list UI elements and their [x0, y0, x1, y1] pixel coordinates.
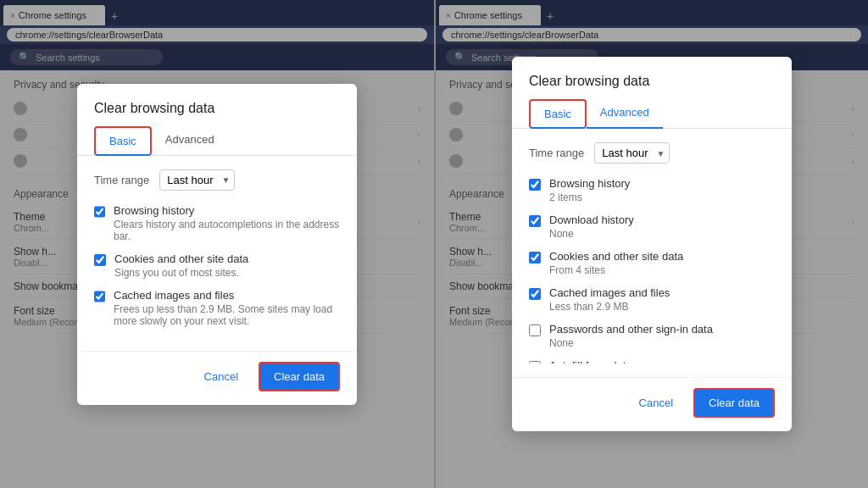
left-time-range-select[interactable]: Last hour [159, 169, 235, 191]
right-dialog-footer: Cancel Clear data [512, 377, 792, 431]
right-checkbox-passwords-desc: None [549, 337, 713, 349]
right-checkbox-download-input[interactable] [529, 215, 541, 227]
left-checkbox-history-input[interactable] [94, 206, 105, 218]
right-browser-panel: × Chrome settings + 🔍 Search settings Pr… [434, 0, 868, 488]
left-checkbox-cookies-label-wrap: Cookies and other site data Signs you ou… [114, 252, 248, 279]
left-browser-panel: × Chrome settings + 🔍 Search settings Pr… [0, 0, 434, 488]
left-checkbox-history-label-wrap: Browsing history Clears history and auto… [114, 204, 340, 242]
left-checkbox-history-desc: Clears history and autocompletions in th… [114, 219, 340, 242]
right-checkbox-cookies-input[interactable] [529, 252, 541, 263]
right-tab-basic[interactable]: Basic [529, 99, 587, 129]
left-cancel-button[interactable]: Cancel [191, 362, 252, 391]
right-clear-button[interactable]: Clear data [693, 388, 775, 418]
left-checkbox-cookies-label: Cookies and other site data [114, 252, 248, 265]
left-checkbox-cookies-input[interactable] [94, 254, 106, 266]
left-checkbox-cookies: Cookies and other site data Signs you ou… [94, 252, 340, 279]
left-dialog-tabs: Basic Advanced [77, 126, 357, 156]
left-tab-basic[interactable]: Basic [94, 126, 152, 156]
right-checkbox-download-desc: None [549, 228, 634, 240]
left-time-range-select-wrap[interactable]: Last hour [159, 169, 235, 191]
right-checkbox-cookies-label-wrap: Cookies and other site data From 4 sites [549, 250, 683, 276]
right-dialog-scroll[interactable]: Browsing history 2 items Download histor… [529, 177, 775, 363]
right-checkbox-autofill-label-wrap: Autofill form data [549, 359, 632, 363]
right-checkbox-cache-desc: Less than 2.9 MB [549, 301, 670, 313]
right-time-range-select-wrap[interactable]: Last hour [594, 142, 670, 164]
right-dialog-body: Time range Last hour Browsing history [512, 129, 792, 377]
left-dialog-body: Time range Last hour Browsing history Cl… [77, 156, 357, 351]
right-dialog-overlay: Clear browsing data Basic Advanced Time … [436, 0, 868, 488]
right-checkbox-history-desc: 2 items [549, 191, 630, 203]
right-dialog-title: Clear browsing data [512, 57, 792, 99]
left-checkbox-cache-label-wrap: Cached images and files Frees up less th… [114, 289, 340, 327]
left-dialog-footer: Cancel Clear data [77, 351, 357, 405]
left-dialog-title: Clear browsing data [77, 84, 357, 126]
right-checkbox-cookies-desc: From 4 sites [549, 264, 683, 276]
right-checkbox-autofill: Autofill form data [529, 359, 775, 363]
left-dialog-overlay: Clear browsing data Basic Advanced Time … [0, 0, 434, 488]
right-checkbox-passwords-label-wrap: Passwords and other sign-in data None [549, 323, 713, 349]
right-dialog-tabs: Basic Advanced [512, 99, 792, 129]
right-checkbox-history-label-wrap: Browsing history 2 items [549, 177, 630, 203]
left-checkbox-history: Browsing history Clears history and auto… [94, 204, 340, 242]
right-time-range-select[interactable]: Last hour [594, 142, 670, 164]
left-checkbox-cache-label: Cached images and files [114, 289, 340, 302]
right-dialog: Clear browsing data Basic Advanced Time … [512, 57, 792, 431]
right-checkbox-download-label: Download history [549, 214, 634, 226]
right-checkbox-history-label: Browsing history [549, 177, 630, 190]
right-checkbox-passwords: Passwords and other sign-in data None [529, 323, 775, 349]
right-checkbox-autofill-input[interactable] [529, 361, 541, 363]
left-checkbox-cache-desc: Frees up less than 2.9 MB. Some sites ma… [114, 303, 340, 327]
right-checkbox-cache-label-wrap: Cached images and files Less than 2.9 MB [549, 286, 670, 313]
right-checkbox-autofill-label: Autofill form data [549, 359, 632, 363]
right-time-range-row: Time range Last hour [529, 142, 775, 164]
right-checkbox-cookies: Cookies and other site data From 4 sites [529, 250, 775, 276]
right-checkbox-passwords-input[interactable] [529, 324, 541, 336]
right-checkbox-cache-input[interactable] [529, 288, 541, 300]
right-checkbox-download-label-wrap: Download history None [549, 214, 634, 240]
left-checkbox-cache: Cached images and files Frees up less th… [94, 289, 340, 327]
right-time-range-label: Time range [529, 147, 584, 159]
right-checkbox-history-input[interactable] [529, 179, 541, 191]
left-checkbox-cache-input[interactable] [94, 291, 105, 302]
left-checkbox-cookies-desc: Signs you out of most sites. [114, 267, 248, 279]
right-checkbox-download: Download history None [529, 214, 775, 240]
right-checkbox-passwords-label: Passwords and other sign-in data [549, 323, 713, 336]
left-tab-advanced[interactable]: Advanced [152, 126, 228, 156]
left-time-range-row: Time range Last hour [94, 169, 340, 191]
right-checkbox-cache: Cached images and files Less than 2.9 MB [529, 286, 775, 313]
left-dialog: Clear browsing data Basic Advanced Time … [77, 84, 357, 405]
left-checkbox-history-label: Browsing history [114, 204, 340, 217]
left-time-range-label: Time range [94, 174, 149, 186]
right-checkbox-cache-label: Cached images and files [549, 286, 670, 299]
left-clear-button[interactable]: Clear data [259, 362, 340, 391]
right-checkbox-history: Browsing history 2 items [529, 177, 775, 203]
right-cancel-button[interactable]: Cancel [626, 388, 687, 418]
right-tab-advanced[interactable]: Advanced [587, 99, 663, 129]
right-checkbox-cookies-label: Cookies and other site data [549, 250, 683, 263]
